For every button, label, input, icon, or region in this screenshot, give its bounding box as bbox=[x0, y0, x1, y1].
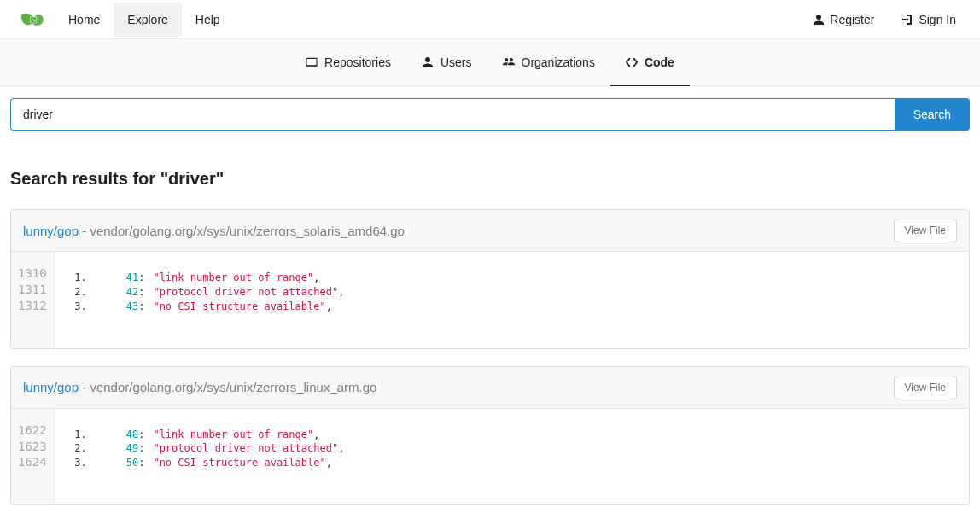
code-line: 3. 50: "no CSI structure available", bbox=[72, 456, 957, 470]
nav-sign-in[interactable]: Sign In bbox=[888, 3, 970, 37]
search-result: lunny/gop - vendor/golang.org/x/sys/unix… bbox=[10, 366, 970, 506]
comma: , bbox=[313, 271, 319, 285]
search-row: Search bbox=[10, 98, 970, 143]
nav-explore[interactable]: Explore bbox=[114, 3, 181, 37]
person-icon bbox=[422, 56, 434, 68]
tab-repositories-label: Repositories bbox=[324, 55, 391, 69]
view-file-button[interactable]: View File bbox=[894, 376, 957, 399]
top-nav-left: Home Explore Help bbox=[10, 0, 234, 38]
result-body: 1310 1311 1312 1. 41: "link number out o… bbox=[11, 252, 969, 348]
file-line-number: 1310 bbox=[18, 265, 47, 282]
code-icon bbox=[626, 56, 638, 68]
result-body: 1622 1623 1624 1. 48: "link number out o… bbox=[11, 409, 969, 505]
code-block: 1. 48: "link number out of range", 2. 49… bbox=[55, 409, 969, 505]
result-header: lunny/gop - vendor/golang.org/x/sys/unix… bbox=[11, 210, 969, 252]
tab-organizations-label: Organizations bbox=[522, 55, 595, 69]
string-literal: "protocol driver not attached" bbox=[153, 285, 338, 300]
map-key: 50 bbox=[126, 456, 138, 470]
tab-organizations[interactable]: Organizations bbox=[487, 39, 610, 85]
comma: , bbox=[326, 456, 332, 470]
match-index: 1. bbox=[72, 428, 87, 442]
file-line-numbers: 1310 1311 1312 bbox=[11, 252, 55, 348]
string-literal: "link number out of range" bbox=[153, 428, 313, 442]
colon: : bbox=[138, 285, 144, 300]
file-line-number: 1622 bbox=[18, 423, 47, 439]
repo-link[interactable]: lunny/gop bbox=[23, 380, 79, 394]
nav-sign-in-label: Sign In bbox=[919, 13, 956, 26]
results-title: Search results for "driver" bbox=[10, 169, 970, 189]
gitea-logo-icon bbox=[20, 10, 44, 29]
result-header: lunny/gop - vendor/golang.org/x/sys/unix… bbox=[11, 367, 969, 409]
result-title: lunny/gop - vendor/golang.org/x/sys/unix… bbox=[23, 224, 405, 238]
map-key: 43 bbox=[126, 300, 138, 314]
organization-icon bbox=[503, 56, 515, 68]
code-line: 1. 41: "link number out of range", bbox=[72, 271, 957, 285]
person-icon bbox=[813, 14, 825, 26]
search-button[interactable]: Search bbox=[895, 98, 970, 131]
match-index: 2. bbox=[72, 441, 87, 456]
match-index: 2. bbox=[72, 285, 87, 300]
code-block: 1. 41: "link number out of range", 2. 42… bbox=[55, 252, 969, 348]
comma: , bbox=[338, 441, 344, 456]
nav-register-label: Register bbox=[830, 13, 874, 26]
file-path: - vendor/golang.org/x/sys/unix/zerrors_l… bbox=[79, 380, 376, 394]
file-path: - vendor/golang.org/x/sys/unix/zerrors_s… bbox=[79, 224, 405, 238]
content: Search Search results for "driver" lunny… bbox=[0, 86, 980, 513]
colon: : bbox=[138, 441, 144, 456]
match-index: 1. bbox=[72, 271, 87, 285]
string-literal: "no CSI structure available" bbox=[153, 300, 325, 314]
nav-home[interactable]: Home bbox=[55, 3, 114, 37]
file-line-numbers: 1622 1623 1624 bbox=[11, 409, 55, 505]
repo-icon bbox=[306, 56, 318, 68]
tab-users-label: Users bbox=[440, 55, 472, 69]
comma: , bbox=[326, 300, 332, 314]
nav-help[interactable]: Help bbox=[182, 3, 234, 37]
colon: : bbox=[138, 456, 144, 470]
logo[interactable] bbox=[10, 10, 55, 29]
comma: , bbox=[338, 285, 344, 300]
tab-repositories[interactable]: Repositories bbox=[290, 39, 406, 85]
search-input[interactable] bbox=[10, 98, 895, 131]
code-line: 2. 49: "protocol driver not attached", bbox=[72, 441, 957, 456]
string-literal: "protocol driver not attached" bbox=[153, 441, 338, 456]
result-title: lunny/gop - vendor/golang.org/x/sys/unix… bbox=[23, 380, 376, 394]
string-literal: "link number out of range" bbox=[153, 271, 313, 285]
tab-users[interactable]: Users bbox=[406, 39, 487, 85]
tab-code[interactable]: Code bbox=[610, 40, 690, 86]
repo-link[interactable]: lunny/gop bbox=[23, 224, 79, 238]
code-line: 3. 43: "no CSI structure available", bbox=[72, 300, 957, 314]
explore-tabs: Repositories Users Organizations Code bbox=[0, 39, 980, 86]
file-line-number: 1311 bbox=[18, 282, 47, 298]
file-line-number: 1312 bbox=[18, 298, 47, 314]
map-key: 42 bbox=[126, 285, 138, 300]
colon: : bbox=[138, 428, 144, 442]
code-line: 2. 42: "protocol driver not attached", bbox=[72, 285, 957, 300]
string-literal: "no CSI structure available" bbox=[153, 456, 325, 470]
comma: , bbox=[313, 428, 319, 442]
map-key: 49 bbox=[126, 441, 138, 456]
tab-code-label: Code bbox=[645, 55, 674, 69]
top-nav: Home Explore Help Register Sign In bbox=[0, 0, 980, 39]
colon: : bbox=[138, 300, 144, 314]
top-nav-right: Register Sign In bbox=[799, 0, 970, 38]
match-index: 3. bbox=[72, 456, 87, 470]
match-index: 3. bbox=[72, 300, 87, 314]
file-line-number: 1623 bbox=[18, 439, 47, 455]
map-key: 41 bbox=[126, 271, 138, 285]
nav-register[interactable]: Register bbox=[799, 3, 888, 37]
search-result: lunny/gop - vendor/golang.org/x/sys/unix… bbox=[10, 209, 970, 349]
sign-in-icon bbox=[901, 14, 913, 26]
map-key: 48 bbox=[126, 428, 138, 442]
colon: : bbox=[138, 271, 144, 285]
code-line: 1. 48: "link number out of range", bbox=[72, 428, 957, 442]
view-file-button[interactable]: View File bbox=[894, 219, 957, 242]
file-line-number: 1624 bbox=[18, 454, 47, 470]
